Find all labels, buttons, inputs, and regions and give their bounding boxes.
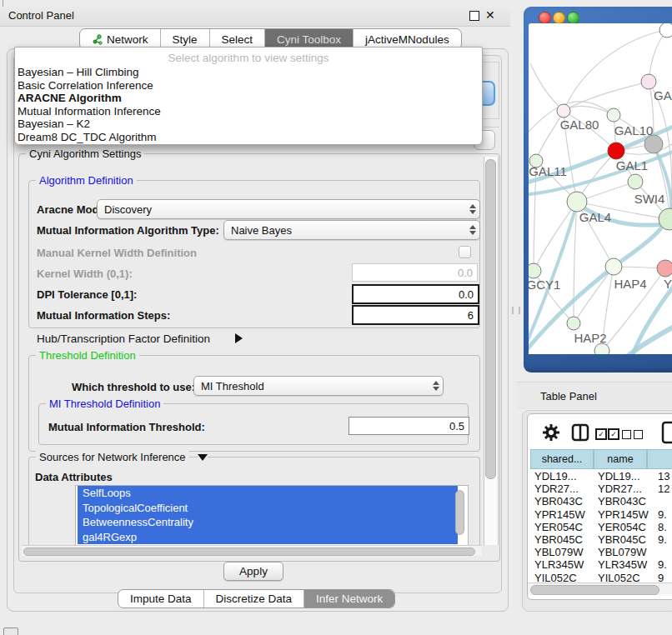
- mi-type-label: Mutual Information Algorithm Type:: [37, 224, 219, 237]
- network-node[interactable]: [607, 108, 620, 122]
- expander-arrow-down-icon[interactable]: [198, 454, 208, 461]
- unchecked-checkbox-icon[interactable]: [622, 430, 631, 439]
- table-row[interactable]: YIL052CYIL052C9: [528, 572, 672, 582]
- dpi-tolerance-field[interactable]: 0.0: [352, 284, 479, 304]
- table-row[interactable]: YLR345WYLR345W9.: [528, 558, 672, 571]
- tab-infer-network[interactable]: Infer Network: [304, 590, 394, 608]
- algorithm-option[interactable]: ARACNE Algorithm: [15, 92, 482, 105]
- network-canvas[interactable]: GALGAL80GAL10GAL1GAL11SWI4GAL4GCY1HAP4YH…: [529, 23, 672, 354]
- column-header[interactable]: name: [594, 449, 647, 469]
- table-row[interactable]: YBL079WYBL079W: [528, 546, 672, 558]
- unchecked-checkbox-icon[interactable]: [634, 430, 643, 439]
- hub-definition-expander[interactable]: Hub/Transcription Factor Definition: [37, 332, 210, 345]
- network-node[interactable]: [567, 192, 587, 212]
- table-row[interactable]: YBR045CYBR045C9.: [528, 533, 672, 546]
- table-row[interactable]: YER054CYER054C8.: [528, 521, 672, 533]
- table-cell: YER054C: [598, 521, 646, 533]
- tab-label: Network: [107, 33, 148, 46]
- table-row[interactable]: YPR145WYPR145W9.: [528, 508, 672, 521]
- algorithm-option[interactable]: Dream8 DC_TDC Algorithm: [15, 131, 482, 144]
- table-cell: YLR345W: [598, 558, 647, 571]
- network-node[interactable]: [659, 23, 672, 38]
- algorithm-option[interactable]: Bayesian – K2: [15, 118, 482, 131]
- node-label: SWI4: [634, 192, 665, 206]
- table-cell: YBR043C: [598, 495, 646, 508]
- kernel-width-field[interactable]: 0.0: [352, 263, 478, 282]
- table-cell: YDL19...: [534, 470, 577, 482]
- checked-checkbox-icon[interactable]: ✓: [608, 428, 619, 440]
- splitter-grip[interactable]: [512, 307, 520, 314]
- mac-minimize-button[interactable]: [553, 12, 565, 24]
- mi-threshold-field[interactable]: 0.5: [349, 417, 469, 435]
- table-row[interactable]: YDR27...YDR27...12: [528, 482, 672, 495]
- network-node[interactable]: [608, 142, 624, 159]
- table-cell: 13: [658, 470, 669, 482]
- settings-vscroll-thumb[interactable]: [485, 159, 496, 479]
- algorithm-option[interactable]: Mutual Information Inference: [15, 105, 482, 118]
- aracne-mode-combobox[interactable]: Discovery: [97, 199, 480, 219]
- column-header[interactable]: [647, 449, 672, 469]
- hidden-groupbox-edge: [481, 127, 499, 128]
- table-header-row: shared... name: [528, 449, 672, 468]
- list-scrollbar-thumb[interactable]: [455, 490, 464, 535]
- network-node[interactable]: [557, 104, 570, 118]
- algorithm-option[interactable]: Bayesian – Hill Climbing: [15, 66, 482, 79]
- collapsed-panel-icon[interactable]: [3, 628, 18, 635]
- node-label: GCY1: [529, 278, 560, 292]
- settings-hscroll-thumb[interactable]: [23, 548, 475, 556]
- mi-steps-field[interactable]: 6: [352, 305, 479, 325]
- network-node[interactable]: [605, 258, 622, 275]
- table-cell: 9.: [658, 508, 667, 521]
- tab-label: Select: [222, 33, 253, 46]
- manual-kernel-checkbox[interactable]: [459, 246, 471, 258]
- column-header[interactable]: shared...: [530, 449, 594, 469]
- close-icon[interactable]: ✕: [485, 8, 495, 22]
- expander-arrow-right-icon[interactable]: [235, 333, 243, 343]
- apply-button[interactable]: Apply: [223, 562, 283, 581]
- mi-type-combobox[interactable]: Naive Bayes: [223, 220, 480, 240]
- attribute-item[interactable]: BetweennessCentrality: [78, 515, 458, 530]
- checked-checkbox-icon[interactable]: ✓: [595, 428, 607, 440]
- network-node[interactable]: [641, 74, 656, 89]
- network-node[interactable]: [529, 263, 541, 278]
- network-node[interactable]: [644, 135, 663, 153]
- table-cell: 9: [658, 572, 664, 582]
- which-threshold-value: MI Threshold: [201, 380, 429, 392]
- table-file-icon[interactable]: [661, 421, 672, 444]
- mi-type-value: Naive Bayes: [231, 224, 466, 237]
- which-threshold-combobox[interactable]: MI Threshold: [193, 376, 444, 396]
- settings-vertical-scrollbar[interactable]: [484, 157, 499, 545]
- gear-icon[interactable]: [542, 423, 560, 442]
- tab-impute-data[interactable]: Impute Data: [118, 590, 204, 608]
- network-node[interactable]: [657, 260, 672, 277]
- attribute-item[interactable]: gal4RGexp: [78, 530, 458, 545]
- network-edge: [649, 30, 667, 82]
- node-label: GAL80: [560, 118, 599, 132]
- network-edge: [530, 63, 564, 111]
- table-hscroll-thumb[interactable]: [530, 585, 659, 595]
- mi-steps-label: Mutual Information Steps:: [37, 309, 170, 322]
- data-attributes-label: Data Attributes: [35, 471, 113, 483]
- aracne-mode-value: Discovery: [104, 203, 466, 216]
- table-row[interactable]: YDL19...YDL19...13: [528, 470, 672, 482]
- algorithm-dropdown-popup: Select algorithm to view settings Bayesi…: [14, 47, 483, 145]
- mac-close-button[interactable]: [539, 12, 551, 24]
- network-node[interactable]: [628, 174, 643, 189]
- hidden-groupbox-edge: [481, 62, 499, 62]
- mac-zoom-button[interactable]: [567, 12, 579, 24]
- tab-discretize-data[interactable]: Discretize Data: [204, 590, 305, 608]
- table-cell: YBR043C: [534, 495, 583, 508]
- table-cell: YDR27...: [598, 482, 642, 495]
- attribute-item[interactable]: SelfLoops: [78, 486, 458, 501]
- table-horizontal-scrollbar[interactable]: [528, 582, 672, 595]
- attribute-item[interactable]: TopologicalCoefficient: [78, 501, 458, 516]
- float-icon[interactable]: [469, 11, 479, 21]
- table-row[interactable]: YBR043CYBR043C: [528, 495, 672, 508]
- network-icon: [92, 34, 103, 45]
- algorithm-option[interactable]: Basic Correlation Inference: [15, 79, 482, 92]
- columns-icon[interactable]: [571, 423, 589, 442]
- network-edge: [632, 282, 672, 354]
- settings-horizontal-scrollbar[interactable]: [22, 545, 482, 556]
- data-attributes-list[interactable]: SelfLoopsTopologicalCoefficientBetweenne…: [75, 485, 469, 548]
- network-node[interactable]: [567, 317, 580, 330]
